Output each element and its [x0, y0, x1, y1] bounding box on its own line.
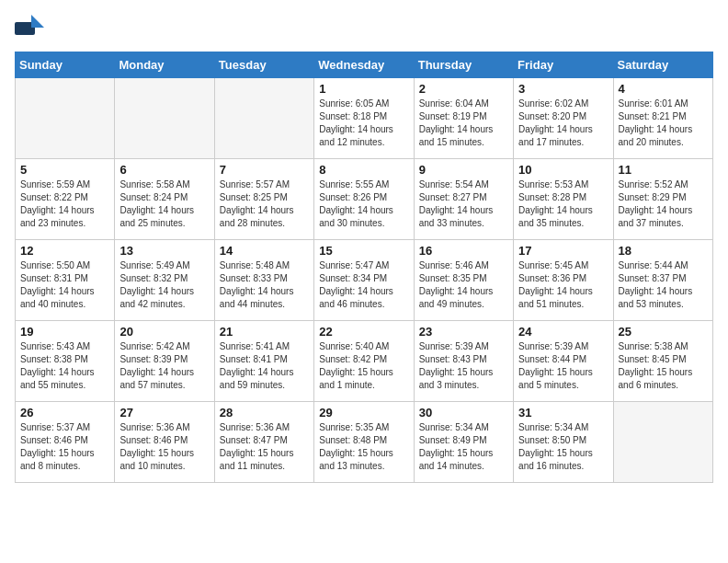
day-info: Sunrise: 5:58 AM Sunset: 8:24 PM Dayligh…: [119, 178, 209, 230]
weekday-header-friday: Friday: [514, 52, 613, 78]
calendar-cell: 12Sunrise: 5:50 AM Sunset: 8:31 PM Dayli…: [16, 240, 115, 321]
day-number: 2: [419, 82, 508, 96]
day-info: Sunrise: 5:42 AM Sunset: 8:39 PM Dayligh…: [119, 340, 209, 392]
day-info: Sunrise: 5:47 AM Sunset: 8:34 PM Dayligh…: [319, 259, 408, 311]
week-row-1: 1Sunrise: 6:05 AM Sunset: 8:18 PM Daylig…: [16, 78, 713, 159]
calendar-cell: 1Sunrise: 6:05 AM Sunset: 8:18 PM Daylig…: [314, 78, 414, 159]
day-info: Sunrise: 5:49 AM Sunset: 8:32 PM Dayligh…: [119, 259, 209, 311]
day-info: Sunrise: 5:38 AM Sunset: 8:45 PM Dayligh…: [619, 340, 708, 392]
day-number: 22: [319, 325, 408, 339]
day-number: 23: [419, 325, 508, 339]
day-info: Sunrise: 5:39 AM Sunset: 8:44 PM Dayligh…: [518, 340, 608, 392]
week-row-2: 5Sunrise: 5:59 AM Sunset: 8:22 PM Daylig…: [16, 159, 713, 240]
day-info: Sunrise: 5:59 AM Sunset: 8:22 PM Dayligh…: [20, 178, 109, 230]
calendar-cell: 19Sunrise: 5:43 AM Sunset: 8:38 PM Dayli…: [16, 321, 115, 402]
day-number: 6: [119, 163, 209, 177]
day-info: Sunrise: 5:34 AM Sunset: 8:49 PM Dayligh…: [419, 421, 508, 473]
calendar: SundayMondayTuesdayWednesdayThursdayFrid…: [15, 52, 713, 483]
weekday-header-saturday: Saturday: [613, 52, 712, 78]
day-number: 29: [319, 406, 408, 419]
day-number: 3: [518, 82, 608, 96]
day-info: Sunrise: 5:35 AM Sunset: 8:48 PM Dayligh…: [319, 421, 408, 473]
svg-marker-1: [31, 15, 44, 28]
day-number: 16: [419, 244, 508, 258]
day-number: 10: [518, 163, 608, 177]
calendar-cell: 30Sunrise: 5:34 AM Sunset: 8:49 PM Dayli…: [414, 402, 513, 483]
day-number: 30: [419, 406, 508, 419]
day-number: 18: [619, 244, 708, 258]
day-info: Sunrise: 6:04 AM Sunset: 8:19 PM Dayligh…: [419, 98, 508, 149]
day-number: 28: [220, 406, 309, 419]
weekday-header-tuesday: Tuesday: [214, 52, 313, 78]
day-info: Sunrise: 5:48 AM Sunset: 8:33 PM Dayligh…: [220, 259, 309, 311]
day-number: 5: [20, 163, 109, 177]
day-info: Sunrise: 6:05 AM Sunset: 8:18 PM Dayligh…: [319, 98, 408, 149]
day-info: Sunrise: 5:36 AM Sunset: 8:47 PM Dayligh…: [220, 421, 309, 473]
calendar-cell: 11Sunrise: 5:52 AM Sunset: 8:29 PM Dayli…: [613, 159, 712, 240]
day-info: Sunrise: 5:34 AM Sunset: 8:50 PM Dayligh…: [518, 421, 608, 473]
day-info: Sunrise: 5:37 AM Sunset: 8:46 PM Dayligh…: [20, 421, 109, 473]
calendar-cell: [16, 78, 115, 159]
calendar-cell: 17Sunrise: 5:45 AM Sunset: 8:36 PM Dayli…: [514, 240, 613, 321]
day-info: Sunrise: 5:43 AM Sunset: 8:38 PM Dayligh…: [20, 340, 109, 392]
calendar-cell: [115, 78, 214, 159]
calendar-cell: [214, 78, 313, 159]
day-info: Sunrise: 5:53 AM Sunset: 8:28 PM Dayligh…: [518, 178, 608, 230]
calendar-cell: 14Sunrise: 5:48 AM Sunset: 8:33 PM Dayli…: [214, 240, 313, 321]
logo-icon: [15, 15, 44, 44]
calendar-cell: 28Sunrise: 5:36 AM Sunset: 8:47 PM Dayli…: [214, 402, 313, 483]
calendar-cell: 18Sunrise: 5:44 AM Sunset: 8:37 PM Dayli…: [613, 240, 712, 321]
week-row-3: 12Sunrise: 5:50 AM Sunset: 8:31 PM Dayli…: [16, 240, 713, 321]
calendar-cell: 22Sunrise: 5:40 AM Sunset: 8:42 PM Dayli…: [314, 321, 414, 402]
day-number: 17: [518, 244, 608, 258]
day-info: Sunrise: 5:44 AM Sunset: 8:37 PM Dayligh…: [619, 259, 708, 311]
day-info: Sunrise: 5:41 AM Sunset: 8:41 PM Dayligh…: [220, 340, 309, 392]
calendar-cell: 7Sunrise: 5:57 AM Sunset: 8:25 PM Daylig…: [214, 159, 313, 240]
calendar-cell: 2Sunrise: 6:04 AM Sunset: 8:19 PM Daylig…: [414, 78, 513, 159]
calendar-cell: 9Sunrise: 5:54 AM Sunset: 8:27 PM Daylig…: [414, 159, 513, 240]
day-number: 13: [119, 244, 209, 258]
calendar-cell: 31Sunrise: 5:34 AM Sunset: 8:50 PM Dayli…: [514, 402, 613, 483]
weekday-header-sunday: Sunday: [16, 52, 115, 78]
day-number: 26: [20, 406, 109, 419]
day-number: 12: [20, 244, 109, 258]
calendar-cell: 16Sunrise: 5:46 AM Sunset: 8:35 PM Dayli…: [414, 240, 513, 321]
day-number: 11: [619, 163, 708, 177]
day-number: 1: [319, 82, 408, 96]
calendar-cell: 8Sunrise: 5:55 AM Sunset: 8:26 PM Daylig…: [314, 159, 414, 240]
day-info: Sunrise: 5:45 AM Sunset: 8:36 PM Dayligh…: [518, 259, 608, 311]
day-number: 27: [119, 406, 209, 419]
calendar-cell: 13Sunrise: 5:49 AM Sunset: 8:32 PM Dayli…: [115, 240, 214, 321]
day-info: Sunrise: 6:01 AM Sunset: 8:21 PM Dayligh…: [619, 98, 708, 149]
day-number: 7: [220, 163, 309, 177]
day-number: 20: [119, 325, 209, 339]
day-number: 4: [619, 82, 708, 96]
weekday-header-row: SundayMondayTuesdayWednesdayThursdayFrid…: [16, 52, 713, 78]
day-number: 9: [419, 163, 508, 177]
calendar-cell: [613, 402, 712, 483]
day-number: 31: [518, 406, 608, 419]
calendar-cell: 21Sunrise: 5:41 AM Sunset: 8:41 PM Dayli…: [214, 321, 313, 402]
calendar-cell: 27Sunrise: 5:36 AM Sunset: 8:46 PM Dayli…: [115, 402, 214, 483]
day-info: Sunrise: 5:36 AM Sunset: 8:46 PM Dayligh…: [119, 421, 209, 473]
calendar-cell: 3Sunrise: 6:02 AM Sunset: 8:20 PM Daylig…: [514, 78, 613, 159]
day-number: 15: [319, 244, 408, 258]
day-number: 14: [220, 244, 309, 258]
calendar-cell: 24Sunrise: 5:39 AM Sunset: 8:44 PM Dayli…: [514, 321, 613, 402]
weekday-header-wednesday: Wednesday: [314, 52, 414, 78]
weekday-header-monday: Monday: [115, 52, 214, 78]
day-number: 19: [20, 325, 109, 339]
weekday-header-thursday: Thursday: [414, 52, 513, 78]
day-info: Sunrise: 5:46 AM Sunset: 8:35 PM Dayligh…: [419, 259, 508, 311]
day-info: Sunrise: 5:39 AM Sunset: 8:43 PM Dayligh…: [419, 340, 508, 392]
day-number: 21: [220, 325, 309, 339]
day-number: 8: [319, 163, 408, 177]
header: [15, 15, 713, 44]
day-info: Sunrise: 5:40 AM Sunset: 8:42 PM Dayligh…: [319, 340, 408, 392]
calendar-cell: 20Sunrise: 5:42 AM Sunset: 8:39 PM Dayli…: [115, 321, 214, 402]
day-info: Sunrise: 5:50 AM Sunset: 8:31 PM Dayligh…: [20, 259, 109, 311]
calendar-cell: 5Sunrise: 5:59 AM Sunset: 8:22 PM Daylig…: [16, 159, 115, 240]
day-info: Sunrise: 6:02 AM Sunset: 8:20 PM Dayligh…: [518, 98, 608, 149]
logo: [15, 15, 48, 44]
week-row-5: 26Sunrise: 5:37 AM Sunset: 8:46 PM Dayli…: [16, 402, 713, 483]
